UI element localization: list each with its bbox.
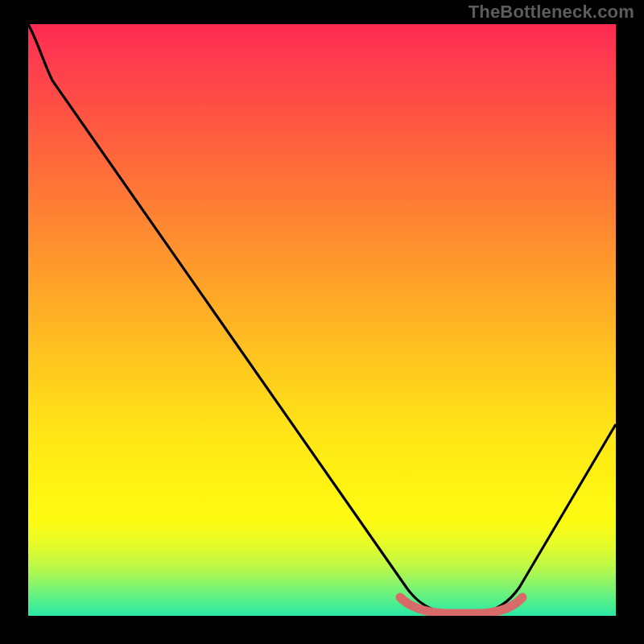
chart-container: TheBottleneck.com bbox=[0, 0, 644, 644]
watermark-text: TheBottleneck.com bbox=[469, 2, 634, 23]
bottleneck-curve bbox=[28, 24, 616, 613]
plot-area bbox=[28, 24, 616, 616]
curve-svg bbox=[28, 24, 616, 616]
